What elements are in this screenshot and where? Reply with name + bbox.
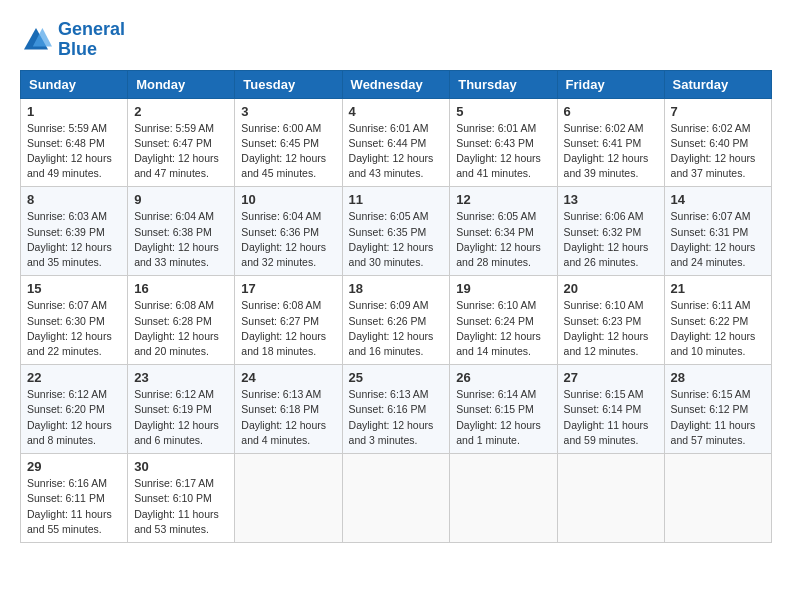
day-number: 14 bbox=[671, 192, 765, 207]
day-number: 13 bbox=[564, 192, 658, 207]
calendar-day-cell bbox=[235, 454, 342, 543]
day-of-week-header: Sunday bbox=[21, 70, 128, 98]
calendar-day-cell: 7 Sunrise: 6:02 AMSunset: 6:40 PMDayligh… bbox=[664, 98, 771, 187]
day-number: 24 bbox=[241, 370, 335, 385]
day-detail: Sunrise: 6:07 AMSunset: 6:30 PMDaylight:… bbox=[27, 298, 121, 359]
day-detail: Sunrise: 6:00 AMSunset: 6:45 PMDaylight:… bbox=[241, 121, 335, 182]
day-of-week-header: Tuesday bbox=[235, 70, 342, 98]
day-detail: Sunrise: 6:17 AMSunset: 6:10 PMDaylight:… bbox=[134, 476, 228, 537]
day-detail: Sunrise: 6:10 AMSunset: 6:23 PMDaylight:… bbox=[564, 298, 658, 359]
day-number: 30 bbox=[134, 459, 228, 474]
calendar-day-cell: 27 Sunrise: 6:15 AMSunset: 6:14 PMDaylig… bbox=[557, 365, 664, 454]
day-number: 21 bbox=[671, 281, 765, 296]
calendar-day-cell: 9 Sunrise: 6:04 AMSunset: 6:38 PMDayligh… bbox=[128, 187, 235, 276]
day-number: 4 bbox=[349, 104, 444, 119]
calendar-day-cell: 11 Sunrise: 6:05 AMSunset: 6:35 PMDaylig… bbox=[342, 187, 450, 276]
day-detail: Sunrise: 6:10 AMSunset: 6:24 PMDaylight:… bbox=[456, 298, 550, 359]
calendar-day-cell: 17 Sunrise: 6:08 AMSunset: 6:27 PMDaylig… bbox=[235, 276, 342, 365]
day-detail: Sunrise: 6:11 AMSunset: 6:22 PMDaylight:… bbox=[671, 298, 765, 359]
day-number: 20 bbox=[564, 281, 658, 296]
day-of-week-header: Thursday bbox=[450, 70, 557, 98]
day-detail: Sunrise: 6:07 AMSunset: 6:31 PMDaylight:… bbox=[671, 209, 765, 270]
day-number: 2 bbox=[134, 104, 228, 119]
calendar-day-cell bbox=[664, 454, 771, 543]
calendar-day-cell: 2 Sunrise: 5:59 AMSunset: 6:47 PMDayligh… bbox=[128, 98, 235, 187]
page-header: General Blue bbox=[20, 20, 772, 60]
day-number: 6 bbox=[564, 104, 658, 119]
calendar-day-cell: 4 Sunrise: 6:01 AMSunset: 6:44 PMDayligh… bbox=[342, 98, 450, 187]
calendar-day-cell: 19 Sunrise: 6:10 AMSunset: 6:24 PMDaylig… bbox=[450, 276, 557, 365]
day-of-week-header: Wednesday bbox=[342, 70, 450, 98]
day-number: 16 bbox=[134, 281, 228, 296]
day-number: 26 bbox=[456, 370, 550, 385]
calendar-day-cell: 6 Sunrise: 6:02 AMSunset: 6:41 PMDayligh… bbox=[557, 98, 664, 187]
day-number: 11 bbox=[349, 192, 444, 207]
day-number: 17 bbox=[241, 281, 335, 296]
day-number: 15 bbox=[27, 281, 121, 296]
calendar-day-cell: 14 Sunrise: 6:07 AMSunset: 6:31 PMDaylig… bbox=[664, 187, 771, 276]
day-detail: Sunrise: 6:14 AMSunset: 6:15 PMDaylight:… bbox=[456, 387, 550, 448]
day-detail: Sunrise: 6:02 AMSunset: 6:40 PMDaylight:… bbox=[671, 121, 765, 182]
day-number: 29 bbox=[27, 459, 121, 474]
calendar-day-cell: 25 Sunrise: 6:13 AMSunset: 6:16 PMDaylig… bbox=[342, 365, 450, 454]
calendar-header-row: SundayMondayTuesdayWednesdayThursdayFrid… bbox=[21, 70, 772, 98]
day-number: 7 bbox=[671, 104, 765, 119]
calendar-day-cell bbox=[342, 454, 450, 543]
calendar-week-row: 1 Sunrise: 5:59 AMSunset: 6:48 PMDayligh… bbox=[21, 98, 772, 187]
logo: General Blue bbox=[20, 20, 125, 60]
day-detail: Sunrise: 6:12 AMSunset: 6:19 PMDaylight:… bbox=[134, 387, 228, 448]
day-detail: Sunrise: 5:59 AMSunset: 6:48 PMDaylight:… bbox=[27, 121, 121, 182]
day-number: 27 bbox=[564, 370, 658, 385]
calendar-day-cell: 30 Sunrise: 6:17 AMSunset: 6:10 PMDaylig… bbox=[128, 454, 235, 543]
day-detail: Sunrise: 6:08 AMSunset: 6:27 PMDaylight:… bbox=[241, 298, 335, 359]
day-number: 1 bbox=[27, 104, 121, 119]
calendar-day-cell: 23 Sunrise: 6:12 AMSunset: 6:19 PMDaylig… bbox=[128, 365, 235, 454]
day-detail: Sunrise: 6:12 AMSunset: 6:20 PMDaylight:… bbox=[27, 387, 121, 448]
day-detail: Sunrise: 6:01 AMSunset: 6:44 PMDaylight:… bbox=[349, 121, 444, 182]
day-number: 9 bbox=[134, 192, 228, 207]
logo-icon bbox=[20, 24, 52, 56]
day-number: 22 bbox=[27, 370, 121, 385]
day-detail: Sunrise: 6:05 AMSunset: 6:34 PMDaylight:… bbox=[456, 209, 550, 270]
day-detail: Sunrise: 6:15 AMSunset: 6:12 PMDaylight:… bbox=[671, 387, 765, 448]
day-detail: Sunrise: 6:09 AMSunset: 6:26 PMDaylight:… bbox=[349, 298, 444, 359]
calendar-day-cell: 18 Sunrise: 6:09 AMSunset: 6:26 PMDaylig… bbox=[342, 276, 450, 365]
day-detail: Sunrise: 6:04 AMSunset: 6:36 PMDaylight:… bbox=[241, 209, 335, 270]
calendar-day-cell: 16 Sunrise: 6:08 AMSunset: 6:28 PMDaylig… bbox=[128, 276, 235, 365]
day-of-week-header: Friday bbox=[557, 70, 664, 98]
calendar-day-cell bbox=[557, 454, 664, 543]
day-detail: Sunrise: 6:05 AMSunset: 6:35 PMDaylight:… bbox=[349, 209, 444, 270]
calendar-day-cell: 28 Sunrise: 6:15 AMSunset: 6:12 PMDaylig… bbox=[664, 365, 771, 454]
day-number: 18 bbox=[349, 281, 444, 296]
calendar-week-row: 15 Sunrise: 6:07 AMSunset: 6:30 PMDaylig… bbox=[21, 276, 772, 365]
calendar-day-cell: 26 Sunrise: 6:14 AMSunset: 6:15 PMDaylig… bbox=[450, 365, 557, 454]
day-number: 10 bbox=[241, 192, 335, 207]
calendar-week-row: 8 Sunrise: 6:03 AMSunset: 6:39 PMDayligh… bbox=[21, 187, 772, 276]
calendar-day-cell: 29 Sunrise: 6:16 AMSunset: 6:11 PMDaylig… bbox=[21, 454, 128, 543]
day-detail: Sunrise: 6:08 AMSunset: 6:28 PMDaylight:… bbox=[134, 298, 228, 359]
calendar-day-cell: 3 Sunrise: 6:00 AMSunset: 6:45 PMDayligh… bbox=[235, 98, 342, 187]
day-detail: Sunrise: 6:13 AMSunset: 6:18 PMDaylight:… bbox=[241, 387, 335, 448]
day-number: 25 bbox=[349, 370, 444, 385]
calendar-table: SundayMondayTuesdayWednesdayThursdayFrid… bbox=[20, 70, 772, 543]
calendar-day-cell: 5 Sunrise: 6:01 AMSunset: 6:43 PMDayligh… bbox=[450, 98, 557, 187]
day-detail: Sunrise: 6:04 AMSunset: 6:38 PMDaylight:… bbox=[134, 209, 228, 270]
day-number: 3 bbox=[241, 104, 335, 119]
day-of-week-header: Monday bbox=[128, 70, 235, 98]
calendar-day-cell: 15 Sunrise: 6:07 AMSunset: 6:30 PMDaylig… bbox=[21, 276, 128, 365]
calendar-day-cell: 21 Sunrise: 6:11 AMSunset: 6:22 PMDaylig… bbox=[664, 276, 771, 365]
day-detail: Sunrise: 5:59 AMSunset: 6:47 PMDaylight:… bbox=[134, 121, 228, 182]
day-detail: Sunrise: 6:06 AMSunset: 6:32 PMDaylight:… bbox=[564, 209, 658, 270]
day-number: 12 bbox=[456, 192, 550, 207]
day-number: 19 bbox=[456, 281, 550, 296]
day-detail: Sunrise: 6:13 AMSunset: 6:16 PMDaylight:… bbox=[349, 387, 444, 448]
day-detail: Sunrise: 6:16 AMSunset: 6:11 PMDaylight:… bbox=[27, 476, 121, 537]
day-detail: Sunrise: 6:01 AMSunset: 6:43 PMDaylight:… bbox=[456, 121, 550, 182]
calendar-day-cell: 22 Sunrise: 6:12 AMSunset: 6:20 PMDaylig… bbox=[21, 365, 128, 454]
logo-text: General Blue bbox=[58, 20, 125, 60]
day-number: 28 bbox=[671, 370, 765, 385]
calendar-day-cell: 13 Sunrise: 6:06 AMSunset: 6:32 PMDaylig… bbox=[557, 187, 664, 276]
calendar-day-cell bbox=[450, 454, 557, 543]
day-detail: Sunrise: 6:15 AMSunset: 6:14 PMDaylight:… bbox=[564, 387, 658, 448]
day-number: 8 bbox=[27, 192, 121, 207]
